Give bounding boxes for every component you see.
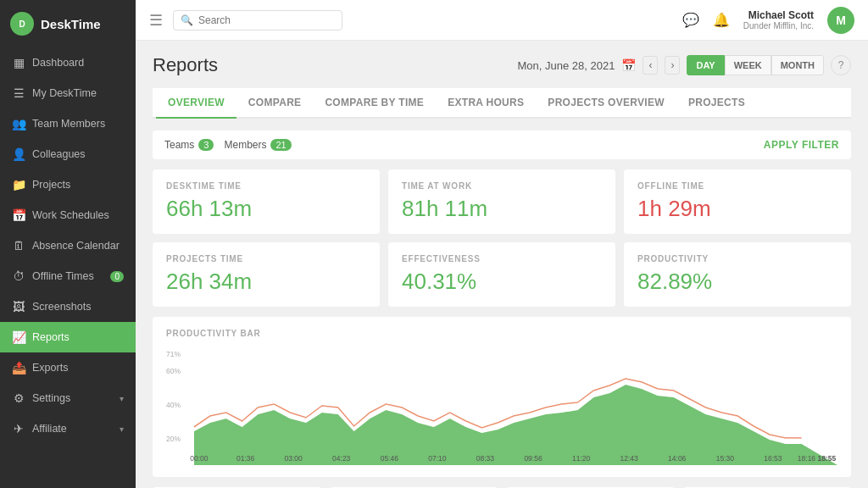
prev-date-button[interactable]: ‹ bbox=[643, 56, 658, 75]
y-label-60: 60% bbox=[166, 367, 181, 375]
sidebar-item-settings[interactable]: ⚙ Settings ▾ bbox=[0, 383, 136, 413]
avatar[interactable]: M bbox=[827, 7, 854, 34]
page-title: Reports bbox=[153, 54, 218, 76]
teams-label: Teams bbox=[164, 139, 194, 151]
desktime-time-label: DESKTIME TIME bbox=[166, 181, 366, 191]
stat-projects-time: PROJECTS TIME 26h 34m bbox=[153, 242, 380, 307]
time-at-work-label: TIME AT WORK bbox=[402, 181, 602, 191]
tab-projects[interactable]: PROJECTS bbox=[676, 88, 757, 119]
stat-offline-time: OFFLINE TIME 1h 29m bbox=[624, 169, 851, 234]
time-at-work-value: 81h 11m bbox=[402, 196, 602, 222]
sidebar-item-absence-calendar[interactable]: 🗓 Absence Calendar bbox=[0, 230, 136, 261]
logo-icon: D bbox=[10, 12, 34, 36]
stats-grid: DESKTIME TIME 66h 13m TIME AT WORK 81h 1… bbox=[153, 169, 851, 307]
search-input[interactable] bbox=[198, 14, 335, 26]
sidebar-item-exports[interactable]: 📤 Exports bbox=[0, 352, 136, 383]
tab-overview[interactable]: OVERVIEW bbox=[156, 88, 236, 119]
calendar-icon[interactable]: 📅 bbox=[621, 58, 636, 72]
screenshots-icon: 🖼 bbox=[12, 300, 25, 313]
chart-svg: 71% 60% 40% 20% 00:00 01:36 03:00 04:23 bbox=[166, 347, 837, 465]
effectiveness-label: EFFECTIVENESS bbox=[402, 254, 602, 263]
offline-badge: 0 bbox=[110, 271, 124, 282]
x-label-5: 07:10 bbox=[428, 454, 446, 463]
effectiveness-value: 40.31% bbox=[402, 269, 602, 295]
sidebar-item-reports[interactable]: 📈 Reports bbox=[0, 322, 136, 352]
week-view-button[interactable]: WEEK bbox=[725, 55, 771, 75]
tab-extra-hours[interactable]: EXTRA HOURS bbox=[436, 88, 536, 119]
productivity-label: PRODUCTIVITY bbox=[637, 254, 837, 263]
hamburger-icon[interactable]: ☰ bbox=[149, 11, 163, 30]
day-view-button[interactable]: DAY bbox=[687, 55, 724, 75]
topbar: ☰ 🔍 💬 🔔 Michael Scott Dunder Mifflin, In… bbox=[136, 0, 868, 41]
sidebar-item-team-members[interactable]: 👥 Team Members bbox=[0, 108, 136, 139]
search-icon: 🔍 bbox=[181, 14, 193, 26]
work-schedules-icon: 📅 bbox=[12, 208, 25, 222]
absence-icon: 🗓 bbox=[12, 239, 25, 252]
content-area: Reports Mon, June 28, 2021 📅 ‹ › DAY WEE… bbox=[136, 41, 868, 488]
x-label-3: 04:23 bbox=[332, 454, 350, 463]
x-label-13: 18:16 bbox=[798, 454, 815, 463]
apply-filter-button[interactable]: APPLY FILTER bbox=[764, 139, 839, 151]
affiliate-chevron-icon: ▾ bbox=[120, 424, 124, 434]
sidebar-item-projects[interactable]: 📁 Projects bbox=[0, 169, 136, 200]
main-content: ☰ 🔍 💬 🔔 Michael Scott Dunder Mifflin, In… bbox=[136, 0, 868, 488]
user-info: Michael Scott Dunder Mifflin, Inc. bbox=[743, 9, 814, 30]
teams-count: 3 bbox=[198, 139, 214, 151]
desktime-icon: ☰ bbox=[12, 86, 25, 100]
x-label-4: 05:46 bbox=[381, 454, 398, 463]
x-label-11: 15:30 bbox=[716, 454, 734, 463]
sidebar-logo[interactable]: D DeskTime bbox=[0, 0, 136, 47]
affiliate-icon: ✈ bbox=[12, 422, 25, 435]
teams-filter[interactable]: Teams 3 bbox=[164, 139, 214, 151]
topbar-right: 💬 🔔 Michael Scott Dunder Mifflin, Inc. M bbox=[682, 7, 854, 34]
productivity-chart: PRODUCTIVITY BAR 71% 60% 40% 20% 00:00 bbox=[153, 317, 851, 477]
report-tabs: OVERVIEW COMPARE COMPARE BY TIME EXTRA H… bbox=[153, 88, 851, 119]
offline-icon: ⏱ bbox=[12, 269, 25, 283]
productivity-area bbox=[194, 385, 837, 465]
chat-icon[interactable]: 💬 bbox=[682, 12, 699, 28]
tab-compare[interactable]: COMPARE bbox=[236, 88, 314, 119]
x-label-0: 00:00 bbox=[190, 454, 208, 463]
sidebar-item-my-desktime[interactable]: ☰ My DeskTime bbox=[0, 78, 136, 108]
members-count: 21 bbox=[270, 139, 291, 151]
productivity-value: 82.89% bbox=[637, 269, 837, 295]
sidebar-item-work-schedules[interactable]: 📅 Work Schedules bbox=[0, 200, 136, 230]
members-label: Members bbox=[224, 139, 266, 151]
sidebar: D DeskTime ▦ Dashboard ☰ My DeskTime 👥 T… bbox=[0, 0, 136, 488]
team-icon: 👥 bbox=[12, 117, 25, 130]
tab-compare-by-time[interactable]: COMPARE BY TIME bbox=[313, 88, 436, 119]
date-controls: Mon, June 28, 2021 📅 ‹ › DAY WEEK MONTH … bbox=[518, 55, 851, 75]
filter-bar: Teams 3 Members 21 APPLY FILTER bbox=[153, 130, 851, 159]
settings-icon: ⚙ bbox=[12, 391, 25, 405]
members-filter[interactable]: Members 21 bbox=[224, 139, 291, 151]
x-label-8: 11:20 bbox=[572, 454, 590, 463]
sidebar-item-dashboard[interactable]: ▦ Dashboard bbox=[0, 47, 136, 78]
x-label-6: 08:33 bbox=[476, 454, 494, 463]
next-date-button[interactable]: › bbox=[665, 56, 680, 75]
chart-title: PRODUCTIVITY BAR bbox=[166, 329, 837, 338]
x-label-1: 01:36 bbox=[236, 454, 254, 463]
month-view-button[interactable]: MONTH bbox=[771, 55, 824, 75]
settings-chevron-icon: ▾ bbox=[120, 394, 124, 403]
colleagues-icon: 👤 bbox=[12, 147, 25, 161]
help-button[interactable]: ? bbox=[831, 55, 851, 75]
date-label: Mon, June 28, 2021 bbox=[518, 59, 615, 72]
x-label-7: 09:56 bbox=[524, 454, 542, 463]
stat-productivity: PRODUCTIVITY 82.89% bbox=[624, 242, 851, 307]
x-label-9: 12:43 bbox=[620, 454, 638, 463]
x-label-12: 16:53 bbox=[764, 454, 782, 463]
sidebar-item-offline-times[interactable]: ⏱ Offline Times 0 bbox=[0, 261, 136, 291]
bell-icon[interactable]: 🔔 bbox=[713, 12, 730, 28]
x-label-14: 18:55 bbox=[817, 454, 836, 463]
stat-time-at-work: TIME AT WORK 81h 11m bbox=[388, 169, 615, 234]
sidebar-item-screenshots[interactable]: 🖼 Screenshots bbox=[0, 291, 136, 322]
user-company: Dunder Mifflin, Inc. bbox=[743, 21, 814, 30]
sidebar-item-affiliate[interactable]: ✈ Affiliate ▾ bbox=[0, 413, 136, 444]
search-box[interactable]: 🔍 bbox=[173, 10, 342, 30]
sidebar-item-colleagues[interactable]: 👤 Colleagues bbox=[0, 139, 136, 169]
offline-time-label: OFFLINE TIME bbox=[637, 181, 837, 191]
tab-projects-overview[interactable]: PROJECTS OVERVIEW bbox=[536, 88, 676, 119]
app-name: DeskTime bbox=[41, 17, 101, 31]
reports-header: Reports Mon, June 28, 2021 📅 ‹ › DAY WEE… bbox=[153, 54, 851, 76]
y-label-71: 71% bbox=[166, 350, 181, 358]
